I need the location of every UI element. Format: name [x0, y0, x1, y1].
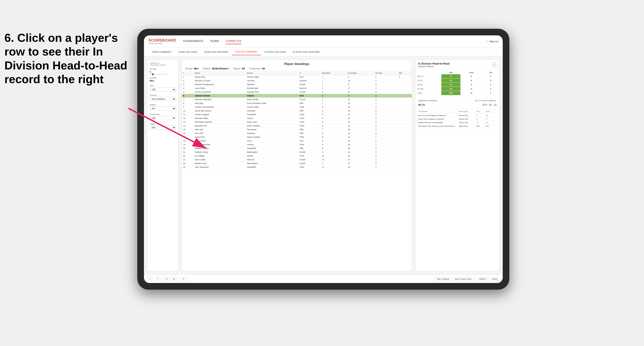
- cell-win: [398, 105, 412, 109]
- h2h-win: 20: [441, 78, 460, 83]
- standings-row[interactable]: 10 Jacob Mac Dieses Arkansas Fifth 4 23 …: [182, 109, 412, 113]
- h2h-tie: 3: [482, 87, 499, 91]
- conference-select[interactable]: (All): [150, 116, 176, 120]
- cell-yr: Fourth: [298, 90, 321, 94]
- standings-row[interactable]: 5 Christo Lamprecht Georgia Tech Fourth …: [182, 90, 412, 94]
- watch-button[interactable]: Watch ▾: [477, 277, 488, 281]
- tab-player-h2h-heatmap[interactable]: PLAYER H2H HEATMAP: [290, 49, 323, 55]
- standings-row[interactable]: 23 Jack Lundin Missouri Fourth 11 24 1: [182, 158, 412, 162]
- standings-row[interactable]: 8 Mats Ege East Tennessee State Fifth 1 …: [182, 102, 412, 105]
- standings-row[interactable]: 18 Luke Powell UCLA First 8 24 1: [182, 139, 412, 143]
- h2h-win: 578: [441, 91, 460, 95]
- view-original-button[interactable]: View: Original: [434, 277, 451, 281]
- nav-divider: |: [486, 40, 487, 43]
- cell-num: 18: [182, 139, 194, 143]
- region-label: Region: [150, 104, 176, 106]
- standings-row[interactable]: 1 Wenyi Ding Arizona State First 1 1 1 1: [182, 75, 412, 79]
- save-custom-button[interactable]: Save Custom View: [452, 277, 473, 281]
- standings-row[interactable]: 17 David Ford North Carolina Third 8 21 …: [182, 135, 412, 139]
- standings-row[interactable]: 22 Ian Gilligan Florida Third 10 24 1: [182, 154, 412, 158]
- cell-player: Nicholas Gabrelcik: [194, 98, 246, 102]
- cell-player: Gordon Sargent: [194, 113, 246, 117]
- h2h-col-tournament: Tournament: [418, 110, 459, 112]
- h2h-range: 51-100: [416, 87, 441, 91]
- h2h-opponents-label: Opponents in division:: [418, 100, 438, 102]
- standings-row[interactable]: 11 Gordon Sargent Vanderbilt Third 4 21 …: [182, 113, 412, 117]
- h2h-col-loss: Loss: [460, 71, 482, 74]
- standings-row[interactable]: 25 Cole Sherwood Vanderbilt Third 12 23 …: [182, 165, 412, 169]
- player-select[interactable]: (All): [150, 126, 176, 130]
- tab-player-h2h-grid[interactable]: PLAYER H2H GRID: [261, 49, 290, 55]
- cell-player: Maxwell Ford: [194, 124, 246, 128]
- standings-row[interactable]: 20 Matthew Riedel Vanderbilt Fifth 9 25 …: [182, 147, 412, 150]
- cell-rds: 1: [374, 165, 398, 169]
- cell-reg: 9: [321, 150, 346, 154]
- cell-reg: 1: [321, 94, 346, 98]
- tab-player-summary[interactable]: PLAYER SUMMARY: [232, 49, 261, 55]
- standings-row[interactable]: 21 Taehoon Song Washington Fourth 9 23 1: [182, 150, 412, 154]
- standings-row[interactable]: 15 Jake Hall Tennessee Fifth 7 18 0: [182, 128, 412, 132]
- h2h-row: 51-100 46 6 3: [416, 87, 499, 91]
- copy-button[interactable]: ⎘: [164, 277, 170, 281]
- standings-row[interactable]: 3 Michael Thorbjornsen Stanford Fourth 1…: [182, 83, 412, 86]
- cell-conf: 27: [346, 98, 374, 102]
- cell-school: Vanderbilt: [246, 165, 298, 169]
- col-win: Win: [398, 71, 412, 75]
- cell-win: [398, 139, 412, 143]
- cell-reg: 8: [321, 135, 346, 139]
- cell-player: Mats Ege: [194, 102, 246, 105]
- cell-reg: 1: [321, 83, 346, 86]
- standings-row[interactable]: 19 Tiger Christensen Arizona Third 8 23 …: [182, 143, 412, 147]
- region-select[interactable]: N/A: [150, 107, 176, 111]
- paste-button[interactable]: ⊞: [171, 277, 177, 281]
- cell-num: 11: [182, 113, 194, 117]
- undo-button[interactable]: ↩: [147, 277, 153, 281]
- h2h-tie: 1: [482, 91, 499, 95]
- no-rds-value: 6: [150, 71, 176, 73]
- tab-team-h2h-grid[interactable]: TEAM H2H GRID: [175, 49, 201, 55]
- share-button[interactable]: Share: [490, 277, 500, 281]
- col-no-rds: No. Rds.: [374, 71, 398, 75]
- standings-row[interactable]: 14 Maxwell Ford North Carolina Third 6 2…: [182, 124, 412, 128]
- standings-region: Region: All: [234, 67, 245, 70]
- no-rds-label: No Rds.: [150, 68, 176, 70]
- standings-row[interactable]: 12 Brendan Valles Auburn Third 4 37 0: [182, 117, 412, 120]
- cell-rds: 0: [374, 109, 398, 113]
- standings-row[interactable]: 2 Michael La Sasso Ole Miss Second 1 19 …: [182, 79, 412, 83]
- cell-rds: 1: [374, 135, 398, 139]
- nav-items: TOURNAMENTS TEAMS COMMITTEE: [183, 38, 486, 44]
- cell-conf: 23: [346, 165, 374, 169]
- cell-reg: 1: [321, 162, 346, 165]
- cell-school: Arizona State: [246, 75, 298, 79]
- standings-row[interactable]: 6 Jackson Koivun Auburn First 1 1 1: [182, 94, 412, 98]
- no-rds-section: No Rds. 6: [150, 68, 176, 74]
- standings-row[interactable]: 13 Phichakun Maichon Texas A&M Third 6 3…: [182, 120, 412, 124]
- standings-row[interactable]: 7 Nicholas Gabrelcik North Florida Fourt…: [182, 98, 412, 102]
- standings-row[interactable]: 4 Luke Claton Florida State Second 1 27 …: [182, 86, 412, 90]
- refresh-button[interactable]: ↻: [181, 277, 186, 281]
- nav-tournaments[interactable]: TOURNAMENTS: [183, 38, 203, 44]
- cell-player: Wenyi Ding: [194, 75, 246, 79]
- cell-num: 8: [182, 102, 194, 105]
- cell-conf: 19: [346, 79, 374, 83]
- cell-reg: 2: [321, 90, 346, 94]
- year-select[interactable]: (All): [150, 88, 176, 92]
- nav-teams[interactable]: TEAMS: [210, 38, 219, 44]
- redo-button[interactable]: ↪: [155, 277, 160, 281]
- nav-committee[interactable]: COMMITTEE: [226, 38, 242, 44]
- standings-row[interactable]: 9 Preston Summerhays Arizona State Third…: [182, 105, 412, 109]
- standings-row[interactable]: 24 Bastien Amat New Mexico Fourth 1 27 2: [182, 162, 412, 165]
- cell-rds: 2: [374, 105, 398, 109]
- tourney-pos: 2: [476, 118, 486, 120]
- device-frame: SCOREBOARD Powered by clippi TOURNAMENTS…: [137, 29, 509, 290]
- cell-rds: 2: [374, 98, 398, 102]
- sign-out-button[interactable]: Sign out: [490, 40, 498, 43]
- standings-row[interactable]: 16 Alex Goff Kentucky Fifth 8 19 0: [182, 132, 412, 135]
- tab-team-summary[interactable]: TEAM SUMMARY: [148, 49, 175, 55]
- tab-team-h2h-heatmap[interactable]: TEAM H2H HEATMAP: [201, 49, 232, 55]
- h2h-win: 46: [441, 87, 460, 91]
- h2h-header: In Division Head-to-Head Jackson Koivun …: [416, 60, 499, 69]
- col-player: Player: [194, 71, 246, 75]
- h2h-close-button[interactable]: ×: [492, 62, 496, 67]
- division-select[interactable]: NCAA Division I: [150, 97, 176, 101]
